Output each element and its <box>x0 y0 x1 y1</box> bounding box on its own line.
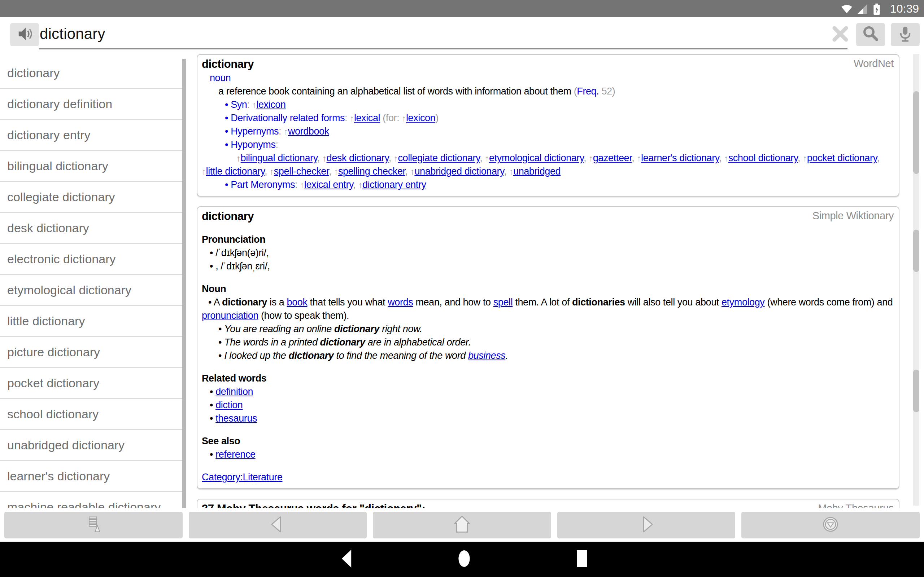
link[interactable]: desk dictionary <box>327 153 389 163</box>
link[interactable]: lexical <box>354 113 380 123</box>
results-scrollbar-thumb[interactable] <box>913 230 919 272</box>
back-button[interactable] <box>189 512 367 538</box>
link[interactable]: collegiate dictionary <box>398 153 480 163</box>
text-segment: • <box>210 247 215 258</box>
search-input[interactable]: dictionary <box>40 25 105 43</box>
text-segment: Noun <box>202 284 226 294</box>
text-segment: , <box>265 166 270 177</box>
link[interactable]: business <box>468 350 505 361</box>
clock: 10:39 <box>890 2 919 16</box>
link[interactable]: etymological dictionary <box>489 153 584 163</box>
suggestion-item[interactable]: machine readable dictionary <box>0 492 182 508</box>
text-segment: ↑ <box>236 153 241 163</box>
suggestion-item[interactable]: school dictionary <box>0 399 182 430</box>
suggestion-item[interactable]: electronic dictionary <box>0 244 182 275</box>
text-segment: 52) <box>599 86 615 97</box>
link[interactable]: school dictionary <box>729 153 798 163</box>
link[interactable]: lexicon <box>406 113 435 123</box>
android-home-button[interactable] <box>450 542 478 577</box>
text-segment: ↑ <box>300 180 304 190</box>
card-line: Related words <box>202 372 894 385</box>
blank-line <box>202 363 894 372</box>
link[interactable]: spell <box>493 297 513 308</box>
suggestion-item[interactable]: learner's dictionary <box>0 461 182 492</box>
results-scrollbar-thumb[interactable] <box>913 91 919 174</box>
text-segment: • <box>210 413 215 424</box>
text-segment: (how to speak them). <box>258 310 349 321</box>
text-segment: mean, and how to <box>413 297 493 308</box>
text-segment: that tells you what <box>307 297 388 308</box>
sidebar-scrollbar[interactable] <box>182 59 186 508</box>
link[interactable]: unabridged <box>513 166 561 177</box>
link[interactable]: book <box>287 297 307 308</box>
suggestion-item[interactable]: picture dictionary <box>0 337 182 368</box>
link[interactable]: Category:Literature <box>202 472 283 482</box>
scroll-bottom-button[interactable] <box>741 512 920 538</box>
card-line: a reference book containing an alphabeti… <box>202 85 894 98</box>
dictionary-app-screen: 10:39 dictionary dictionarydictionary de <box>0 0 924 577</box>
link[interactable]: unabridged dictionary <box>414 166 504 177</box>
text-segment: , <box>798 153 803 163</box>
card-body: Pronunciation• /ˈdɪkʃən(ə)ri/,• , /ˈdɪkʃ… <box>202 224 894 484</box>
mic-button[interactable] <box>891 23 920 46</box>
text-segment: a reference book containing an alphabeti… <box>218 86 574 97</box>
android-home-icon <box>457 548 472 570</box>
clear-button[interactable] <box>829 24 852 45</box>
link[interactable]: pronunciation <box>202 310 258 321</box>
forward-button[interactable] <box>557 512 736 538</box>
link[interactable]: bilingual dictionary <box>241 153 317 163</box>
suggestion-item[interactable]: etymological dictionary <box>0 275 182 306</box>
home-up-button[interactable] <box>373 512 551 538</box>
android-back-button[interactable] <box>332 542 361 577</box>
text-segment: /ˈdɪkʃən(ə)ri/, <box>215 247 269 258</box>
results-scrollbar-thumb[interactable] <box>913 370 919 412</box>
card-line: • The words in a printed dictionary are … <box>202 336 894 349</box>
suggestion-item[interactable]: dictionary definition <box>0 89 182 120</box>
suggestion-item[interactable]: dictionary <box>0 58 182 89</box>
card-line: Noun <box>202 282 894 296</box>
speaker-button[interactable] <box>10 23 39 46</box>
suggestion-item[interactable]: bilingual dictionary <box>0 151 182 182</box>
text-segment: ↑ <box>509 167 513 176</box>
link[interactable]: etymology <box>722 297 764 308</box>
text-segment: ↑ <box>358 180 362 190</box>
text-segment: Freq. <box>577 86 599 97</box>
search-button[interactable] <box>856 23 885 46</box>
suggestion-item[interactable]: dictionary entry <box>0 120 182 151</box>
link[interactable]: diction <box>215 400 242 410</box>
link[interactable]: reference <box>215 449 255 460</box>
link[interactable]: definition <box>215 386 253 397</box>
text-segment: , <box>389 153 394 163</box>
wordlist-edit-button[interactable] <box>4 512 183 538</box>
suggestion-item[interactable]: pocket dictionary <box>0 368 182 399</box>
link[interactable]: dictionary entry <box>362 179 426 190</box>
link[interactable]: learner's dictionary <box>641 153 719 163</box>
text-segment: ↑ <box>334 167 338 176</box>
text-segment: : <box>247 99 252 110</box>
link[interactable]: lexicon <box>256 99 286 110</box>
suggestion-item[interactable]: collegiate dictionary <box>0 182 182 213</box>
link[interactable]: wordbook <box>288 126 329 137</box>
link[interactable]: spelling checker <box>338 166 405 177</box>
dictionary-card: dictionaryWordNetnouna reference book co… <box>197 54 900 197</box>
android-recents-button[interactable] <box>567 542 596 577</box>
text-segment: , <box>480 153 485 163</box>
link[interactable]: spell-checker <box>274 166 329 177</box>
link[interactable]: thesaurus <box>215 413 257 424</box>
forward-triangle-icon <box>637 515 656 535</box>
link[interactable]: gazetteer <box>593 153 632 163</box>
link[interactable]: words <box>388 297 413 308</box>
headword: 37 Moby Thesaurus words for "dictionary"… <box>202 502 425 508</box>
text-segment: are in alphabetical order. <box>365 337 471 348</box>
text-segment: right now. <box>380 324 422 334</box>
suggestion-item[interactable]: little dictionary <box>0 306 182 337</box>
link[interactable]: lexical entry <box>304 179 353 190</box>
link[interactable]: little dictionary <box>206 166 265 177</box>
wordlist-edit-icon <box>84 515 103 535</box>
suggestion-item[interactable]: unabridged dictionary <box>0 430 182 461</box>
suggestion-item[interactable]: desk dictionary <box>0 213 182 244</box>
link[interactable]: pocket dictionary <box>807 153 877 163</box>
text-segment: • <box>210 400 215 410</box>
text-segment: • <box>225 179 231 190</box>
text-segment: Syn <box>231 99 247 110</box>
